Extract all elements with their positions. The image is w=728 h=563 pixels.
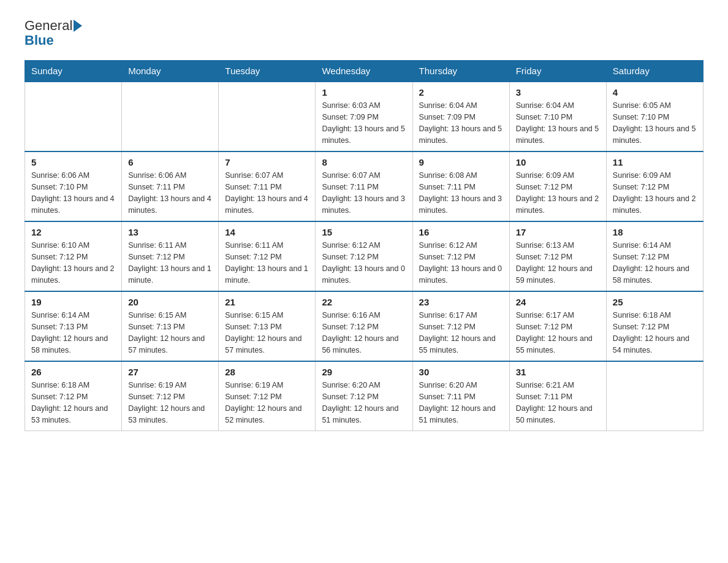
- calendar-header-row: SundayMondayTuesdayWednesdayThursdayFrid…: [25, 61, 703, 82]
- calendar-cell: 16Sunrise: 6:12 AMSunset: 7:12 PMDayligh…: [412, 221, 509, 291]
- day-info: Sunrise: 6:18 AMSunset: 7:12 PMDaylight:…: [31, 380, 115, 426]
- calendar-cell: 11Sunrise: 6:09 AMSunset: 7:12 PMDayligh…: [606, 151, 703, 221]
- day-number: 2: [419, 87, 503, 98]
- day-info: Sunrise: 6:04 AMSunset: 7:10 PMDaylight:…: [516, 100, 600, 146]
- calendar-week-row: 19Sunrise: 6:14 AMSunset: 7:13 PMDayligh…: [25, 291, 703, 361]
- day-info: Sunrise: 6:19 AMSunset: 7:12 PMDaylight:…: [225, 380, 309, 426]
- day-info: Sunrise: 6:10 AMSunset: 7:12 PMDaylight:…: [31, 240, 115, 286]
- calendar-cell: 23Sunrise: 6:17 AMSunset: 7:12 PMDayligh…: [412, 291, 509, 361]
- day-number: 23: [419, 297, 503, 307]
- calendar-cell: 4Sunrise: 6:05 AMSunset: 7:10 PMDaylight…: [606, 82, 703, 151]
- day-info: Sunrise: 6:17 AMSunset: 7:12 PMDaylight:…: [516, 310, 600, 356]
- calendar-cell: 17Sunrise: 6:13 AMSunset: 7:12 PMDayligh…: [509, 221, 606, 291]
- calendar-cell: 31Sunrise: 6:21 AMSunset: 7:11 PMDayligh…: [509, 361, 606, 431]
- day-info: Sunrise: 6:05 AMSunset: 7:10 PMDaylight:…: [613, 100, 697, 146]
- day-number: 17: [516, 227, 600, 237]
- calendar-cell: 8Sunrise: 6:07 AMSunset: 7:11 PMDaylight…: [316, 151, 412, 221]
- day-number: 24: [516, 297, 600, 307]
- day-number: 8: [322, 157, 406, 167]
- day-info: Sunrise: 6:18 AMSunset: 7:12 PMDaylight:…: [613, 310, 697, 356]
- calendar-week-row: 1Sunrise: 6:03 AMSunset: 7:09 PMDaylight…: [25, 82, 703, 151]
- calendar-cell: 14Sunrise: 6:11 AMSunset: 7:12 PMDayligh…: [219, 221, 316, 291]
- weekday-header: Saturday: [606, 61, 703, 82]
- calendar-week-row: 12Sunrise: 6:10 AMSunset: 7:12 PMDayligh…: [25, 221, 703, 291]
- calendar-cell: 24Sunrise: 6:17 AMSunset: 7:12 PMDayligh…: [509, 291, 606, 361]
- calendar-cell: 5Sunrise: 6:06 AMSunset: 7:10 PMDaylight…: [25, 151, 122, 221]
- day-number: 3: [516, 87, 600, 98]
- day-number: 21: [225, 297, 309, 307]
- day-number: 11: [613, 157, 697, 167]
- day-info: Sunrise: 6:13 AMSunset: 7:12 PMDaylight:…: [516, 240, 600, 286]
- day-number: 14: [225, 227, 309, 237]
- calendar-cell: 1Sunrise: 6:03 AMSunset: 7:09 PMDaylight…: [316, 82, 412, 151]
- calendar-cell: [25, 82, 122, 151]
- calendar-cell: 26Sunrise: 6:18 AMSunset: 7:12 PMDayligh…: [25, 361, 122, 431]
- day-info: Sunrise: 6:09 AMSunset: 7:12 PMDaylight:…: [613, 170, 697, 216]
- weekday-header: Monday: [122, 61, 219, 82]
- calendar-cell: 20Sunrise: 6:15 AMSunset: 7:13 PMDayligh…: [122, 291, 219, 361]
- calendar-cell: 15Sunrise: 6:12 AMSunset: 7:12 PMDayligh…: [316, 221, 412, 291]
- day-info: Sunrise: 6:21 AMSunset: 7:11 PMDaylight:…: [516, 380, 600, 426]
- day-number: 26: [31, 367, 115, 377]
- day-number: 9: [419, 157, 503, 167]
- calendar-cell: 19Sunrise: 6:14 AMSunset: 7:13 PMDayligh…: [25, 291, 122, 361]
- logo: General Blue: [25, 18, 82, 48]
- calendar-cell: 27Sunrise: 6:19 AMSunset: 7:12 PMDayligh…: [122, 361, 219, 431]
- day-number: 27: [128, 367, 212, 377]
- day-number: 25: [613, 297, 697, 307]
- day-info: Sunrise: 6:19 AMSunset: 7:12 PMDaylight:…: [128, 380, 212, 426]
- calendar-cell: 22Sunrise: 6:16 AMSunset: 7:12 PMDayligh…: [316, 291, 412, 361]
- calendar-cell: 10Sunrise: 6:09 AMSunset: 7:12 PMDayligh…: [509, 151, 606, 221]
- day-number: 15: [322, 227, 406, 237]
- day-info: Sunrise: 6:09 AMSunset: 7:12 PMDaylight:…: [516, 170, 600, 216]
- weekday-header: Sunday: [25, 61, 122, 82]
- day-number: 10: [516, 157, 600, 167]
- day-info: Sunrise: 6:07 AMSunset: 7:11 PMDaylight:…: [322, 170, 406, 216]
- day-info: Sunrise: 6:12 AMSunset: 7:12 PMDaylight:…: [322, 240, 406, 286]
- calendar-cell: 28Sunrise: 6:19 AMSunset: 7:12 PMDayligh…: [219, 361, 316, 431]
- day-number: 19: [31, 297, 115, 307]
- day-info: Sunrise: 6:17 AMSunset: 7:12 PMDaylight:…: [419, 310, 503, 356]
- calendar-cell: 9Sunrise: 6:08 AMSunset: 7:11 PMDaylight…: [412, 151, 509, 221]
- day-info: Sunrise: 6:04 AMSunset: 7:09 PMDaylight:…: [419, 100, 503, 146]
- day-info: Sunrise: 6:08 AMSunset: 7:11 PMDaylight:…: [419, 170, 503, 216]
- weekday-header: Tuesday: [219, 61, 316, 82]
- calendar-cell: 21Sunrise: 6:15 AMSunset: 7:13 PMDayligh…: [219, 291, 316, 361]
- day-number: 12: [31, 227, 115, 237]
- calendar-week-row: 26Sunrise: 6:18 AMSunset: 7:12 PMDayligh…: [25, 361, 703, 431]
- calendar-cell: [122, 82, 219, 151]
- calendar-cell: 2Sunrise: 6:04 AMSunset: 7:09 PMDaylight…: [412, 82, 509, 151]
- day-info: Sunrise: 6:20 AMSunset: 7:11 PMDaylight:…: [419, 380, 503, 426]
- calendar-cell: 12Sunrise: 6:10 AMSunset: 7:12 PMDayligh…: [25, 221, 122, 291]
- day-number: 1: [322, 87, 406, 98]
- day-number: 20: [128, 297, 212, 307]
- day-info: Sunrise: 6:14 AMSunset: 7:12 PMDaylight:…: [613, 240, 697, 286]
- day-info: Sunrise: 6:11 AMSunset: 7:12 PMDaylight:…: [128, 240, 212, 286]
- day-number: 13: [128, 227, 212, 237]
- calendar-cell: 18Sunrise: 6:14 AMSunset: 7:12 PMDayligh…: [606, 221, 703, 291]
- day-number: 7: [225, 157, 309, 167]
- day-info: Sunrise: 6:06 AMSunset: 7:11 PMDaylight:…: [128, 170, 212, 216]
- day-number: 31: [516, 367, 600, 377]
- day-info: Sunrise: 6:15 AMSunset: 7:13 PMDaylight:…: [128, 310, 212, 356]
- day-info: Sunrise: 6:12 AMSunset: 7:12 PMDaylight:…: [419, 240, 503, 286]
- day-info: Sunrise: 6:16 AMSunset: 7:12 PMDaylight:…: [322, 310, 406, 356]
- day-number: 16: [419, 227, 503, 237]
- day-number: 29: [322, 367, 406, 377]
- day-number: 28: [225, 367, 309, 377]
- logo-text-general: General: [25, 18, 72, 33]
- logo-text-blue: Blue: [25, 33, 54, 48]
- weekday-header: Thursday: [412, 61, 509, 82]
- calendar-week-row: 5Sunrise: 6:06 AMSunset: 7:10 PMDaylight…: [25, 151, 703, 221]
- day-info: Sunrise: 6:11 AMSunset: 7:12 PMDaylight:…: [225, 240, 309, 286]
- calendar-cell: 3Sunrise: 6:04 AMSunset: 7:10 PMDaylight…: [509, 82, 606, 151]
- day-number: 6: [128, 157, 212, 167]
- weekday-header: Wednesday: [316, 61, 412, 82]
- day-number: 4: [613, 87, 697, 98]
- calendar-cell: 25Sunrise: 6:18 AMSunset: 7:12 PMDayligh…: [606, 291, 703, 361]
- calendar-cell: [606, 361, 703, 431]
- day-info: Sunrise: 6:20 AMSunset: 7:12 PMDaylight:…: [322, 380, 406, 426]
- logo-arrow-icon: [74, 20, 82, 32]
- day-info: Sunrise: 6:07 AMSunset: 7:11 PMDaylight:…: [225, 170, 309, 216]
- calendar-cell: 6Sunrise: 6:06 AMSunset: 7:11 PMDaylight…: [122, 151, 219, 221]
